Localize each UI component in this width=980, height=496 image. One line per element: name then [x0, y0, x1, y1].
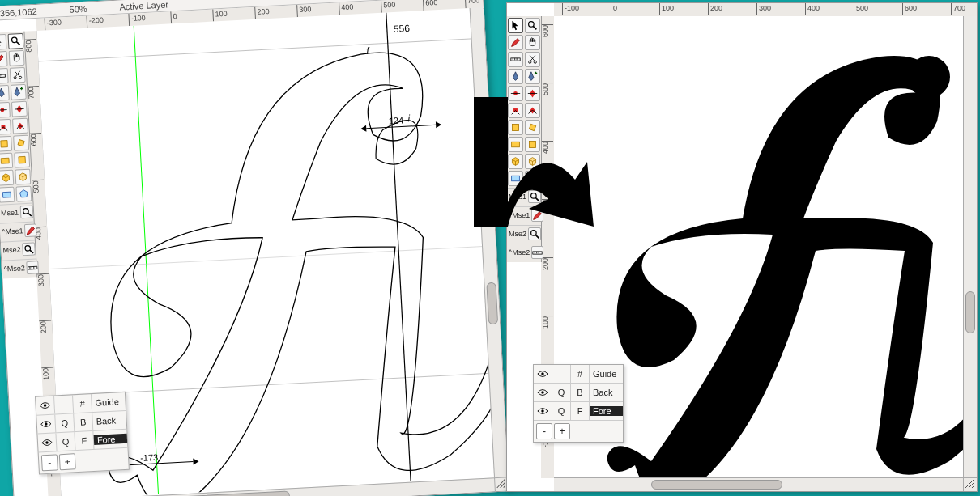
- ruler-horizontal[interactable]: -1000100200300400500600700: [554, 3, 977, 17]
- shape-move-tool[interactable]: [0, 136, 12, 152]
- resize-grip[interactable]: [963, 477, 977, 491]
- pen-add-tool[interactable]: [525, 69, 540, 84]
- layer-b-cell[interactable]: #: [73, 394, 92, 413]
- scrollbar-thumb[interactable]: [486, 282, 498, 325]
- layer-q-cell[interactable]: Q: [552, 402, 571, 420]
- cut-tool[interactable]: [10, 67, 26, 83]
- mouse-binding-row: Mse2: [1, 240, 36, 258]
- svg-point-17: [23, 208, 28, 214]
- pen-tool[interactable]: [0, 85, 10, 101]
- ruler-tick: 500: [32, 180, 45, 193]
- glyph-filled-fi[interactable]: [607, 56, 964, 478]
- curve-add-tool[interactable]: [11, 101, 28, 117]
- glyph-i-label: i: [407, 112, 411, 124]
- layer-name[interactable]: Guide: [92, 396, 126, 408]
- layer-row[interactable]: QFFore: [534, 402, 623, 421]
- rect-yellow-tool[interactable]: [0, 153, 13, 169]
- ruler-tool-binding[interactable]: [531, 246, 543, 259]
- bottom-width-label: -173: [140, 452, 159, 463]
- svg-line-26: [366, 125, 436, 129]
- ruler-tool-tool[interactable]: [0, 68, 9, 84]
- ruler-tool-tool[interactable]: [508, 52, 523, 67]
- scrollbar-horizontal[interactable]: [554, 477, 964, 491]
- cut-tool[interactable]: [525, 52, 540, 67]
- layer-name[interactable]: Guide: [590, 369, 623, 379]
- layer-minus-button[interactable]: -: [41, 454, 58, 471]
- svg-line-1: [16, 41, 19, 45]
- layer-plus-button[interactable]: +: [554, 423, 570, 439]
- scrollbar-thumb[interactable]: [965, 291, 975, 333]
- svg-line-10: [15, 108, 23, 109]
- ascender-line: [38, 39, 475, 61]
- zoom-binding[interactable]: [20, 206, 34, 219]
- layer-q-cell[interactable]: Q: [55, 413, 75, 432]
- ruler-tick: -100: [562, 3, 579, 15]
- pentagon-tool[interactable]: [15, 186, 32, 202]
- layer-name[interactable]: Fore: [94, 434, 128, 445]
- layer-b-cell[interactable]: F: [75, 431, 94, 450]
- layer-b-cell[interactable]: B: [74, 413, 93, 431]
- pencil-tool[interactable]: [0, 51, 8, 67]
- ruler-tick: 500: [381, 0, 396, 13]
- layer-row[interactable]: QBBack: [534, 384, 623, 402]
- layer-q-cell[interactable]: [54, 395, 74, 413]
- pen-add-tool[interactable]: [11, 84, 27, 100]
- layer-name[interactable]: Back: [92, 415, 126, 426]
- layer-q-cell[interactable]: Q: [552, 384, 571, 401]
- layer-name[interactable]: Back: [590, 388, 623, 397]
- pencil-binding[interactable]: [24, 223, 37, 237]
- zoom-binding[interactable]: [22, 242, 36, 256]
- svg-point-56: [541, 372, 544, 375]
- glyph-f-label: f: [366, 45, 371, 56]
- shape-rotate-tool[interactable]: [13, 135, 29, 151]
- layer-q-cell[interactable]: [552, 365, 571, 383]
- ruler-tool-binding[interactable]: [26, 261, 39, 274]
- zoom-tool[interactable]: [8, 33, 24, 49]
- eye-icon[interactable]: [534, 384, 552, 401]
- layer-minus-button[interactable]: -: [536, 423, 552, 439]
- ruler-tick: -100: [128, 12, 146, 26]
- eye-icon[interactable]: [534, 402, 552, 420]
- scrollbar-vertical[interactable]: [963, 16, 977, 478]
- ruler-tick: 400: [805, 3, 820, 15]
- svg-rect-15: [19, 156, 26, 163]
- rect-tool[interactable]: [0, 187, 15, 203]
- eye-icon[interactable]: [534, 365, 552, 383]
- layer-b-cell[interactable]: F: [571, 402, 590, 420]
- box-3d-b-tool[interactable]: [15, 169, 31, 185]
- glyph-i-dot[interactable]: [908, 56, 950, 98]
- eye-icon[interactable]: [36, 414, 56, 433]
- svg-line-18: [28, 212, 31, 215]
- layer-row[interactable]: #Guide: [534, 365, 623, 384]
- ruler-tick: 500: [541, 83, 553, 95]
- svg-point-28: [44, 404, 47, 407]
- scrollbar-thumb[interactable]: [651, 480, 782, 490]
- hand-tool[interactable]: [525, 35, 540, 50]
- curve-red-tool[interactable]: [0, 102, 11, 118]
- layer-b-cell[interactable]: #: [571, 365, 590, 383]
- ruler-tick: 700: [27, 86, 40, 100]
- layer-b-cell[interactable]: B: [571, 384, 590, 401]
- zoom-tool[interactable]: [525, 18, 540, 33]
- layer-plus-button[interactable]: +: [59, 453, 76, 470]
- corner-red-tool[interactable]: [0, 119, 11, 135]
- box-3d-a-tool[interactable]: [0, 170, 14, 186]
- pointer-tool[interactable]: [0, 34, 7, 50]
- pen-tool[interactable]: [508, 69, 523, 84]
- svg-point-30: [45, 441, 49, 444]
- svg-point-19: [24, 245, 30, 251]
- layer-name[interactable]: Fore: [590, 406, 623, 416]
- ruler-tick: -300: [45, 16, 62, 30]
- eye-icon[interactable]: [37, 433, 57, 451]
- pointer-tool[interactable]: [508, 18, 523, 33]
- eye-icon[interactable]: [36, 396, 55, 414]
- tangent-tool[interactable]: [12, 118, 28, 134]
- glyph-outline-fi[interactable]: [87, 47, 495, 496]
- hand-tool[interactable]: [9, 50, 25, 66]
- pencil-tool[interactable]: [508, 35, 523, 50]
- layers-panel: #GuideQBBackQFFore-+: [35, 392, 130, 475]
- mouse-binding-label: Mse2: [2, 245, 21, 254]
- layer-q-cell[interactable]: Q: [56, 432, 75, 451]
- square-yellow-tool[interactable]: [14, 152, 30, 168]
- mouse-binding-label: ^Mse2: [3, 264, 25, 273]
